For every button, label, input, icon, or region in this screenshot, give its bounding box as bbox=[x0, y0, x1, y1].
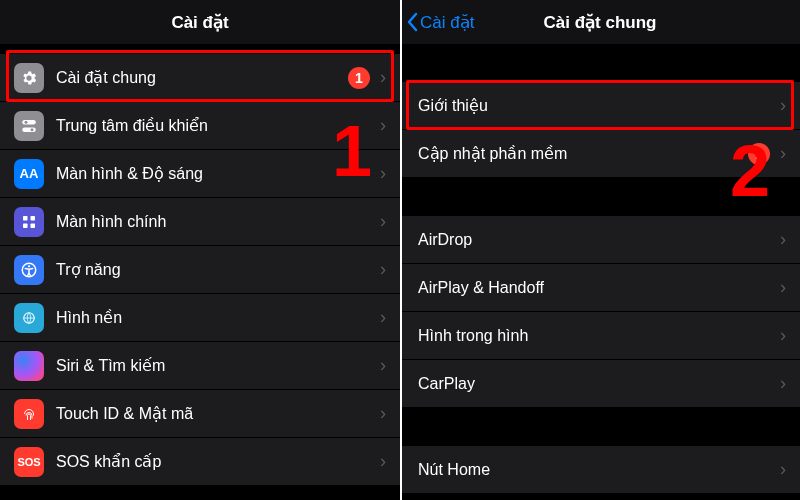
chevron-right-icon: › bbox=[380, 451, 386, 472]
header-right: Cài đặt Cài đặt chung bbox=[400, 0, 800, 44]
row-label: AirDrop bbox=[418, 231, 780, 249]
chevron-right-icon: › bbox=[380, 403, 386, 424]
back-button[interactable]: Cài đặt bbox=[406, 0, 474, 44]
chevron-right-icon: › bbox=[780, 373, 786, 394]
row-display[interactable]: AA Màn hình & Độ sáng › bbox=[0, 150, 400, 198]
svg-point-2 bbox=[25, 120, 28, 123]
chevron-right-icon: › bbox=[780, 325, 786, 346]
section-gap bbox=[400, 408, 800, 446]
wallpaper-icon bbox=[14, 303, 44, 333]
chevron-right-icon: › bbox=[380, 355, 386, 376]
chevron-right-icon: › bbox=[380, 163, 386, 184]
chevron-right-icon: › bbox=[380, 115, 386, 136]
accessibility-icon bbox=[14, 255, 44, 285]
chevron-right-icon: › bbox=[780, 229, 786, 250]
row-home-screen[interactable]: Màn hình chính › bbox=[0, 198, 400, 246]
header-left: Cài đặt bbox=[0, 0, 400, 44]
row-label: Cài đặt chung bbox=[56, 68, 348, 87]
chevron-right-icon: › bbox=[380, 211, 386, 232]
row-label: Siri & Tìm kiếm bbox=[56, 356, 380, 375]
chevron-right-icon: › bbox=[780, 95, 786, 116]
header-title-left: Cài đặt bbox=[171, 12, 228, 33]
row-label: Giới thiệu bbox=[418, 96, 780, 115]
general-panel: Cài đặt Cài đặt chung Giới thiệu › Cập n… bbox=[400, 0, 800, 500]
row-carplay[interactable]: CarPlay › bbox=[400, 360, 800, 408]
section-gap bbox=[400, 178, 800, 216]
home-screen-icon bbox=[14, 207, 44, 237]
chevron-right-icon: › bbox=[380, 307, 386, 328]
row-home-button[interactable]: Nút Home › bbox=[400, 446, 800, 494]
row-control-center[interactable]: Trung tâm điều khiển › bbox=[0, 102, 400, 150]
row-label: Cập nhật phần mềm bbox=[418, 144, 748, 163]
chevron-right-icon: › bbox=[780, 143, 786, 164]
svg-rect-0 bbox=[22, 120, 36, 125]
row-label: SOS khẩn cấp bbox=[56, 452, 380, 471]
row-touchid[interactable]: Touch ID & Mật mã › bbox=[0, 390, 400, 438]
row-software-update[interactable]: Cập nhật phần mềm 1 › bbox=[400, 130, 800, 178]
svg-rect-4 bbox=[23, 216, 28, 221]
row-airplay[interactable]: AirPlay & Handoff › bbox=[400, 264, 800, 312]
row-accessibility[interactable]: Trợ năng › bbox=[0, 246, 400, 294]
row-label: Trung tâm điều khiển bbox=[56, 116, 380, 135]
row-label: Touch ID & Mật mã bbox=[56, 404, 380, 423]
sos-icon: SOS bbox=[14, 447, 44, 477]
settings-list: Cài đặt chung 1 › Trung tâm điều khiển ›… bbox=[0, 54, 400, 486]
chevron-right-icon: › bbox=[780, 459, 786, 480]
row-label: CarPlay bbox=[418, 375, 780, 393]
row-sos[interactable]: SOS SOS khẩn cấp › bbox=[0, 438, 400, 486]
svg-rect-6 bbox=[23, 223, 28, 228]
row-label: Nút Home bbox=[418, 461, 780, 479]
row-general[interactable]: Cài đặt chung 1 › bbox=[0, 54, 400, 102]
row-pip[interactable]: Hình trong hình › bbox=[400, 312, 800, 360]
row-label: Màn hình chính bbox=[56, 213, 380, 231]
row-label: AirPlay & Handoff bbox=[418, 279, 780, 297]
row-label: Hình trong hình bbox=[418, 327, 780, 345]
badge-general: 1 bbox=[348, 67, 370, 89]
svg-point-3 bbox=[31, 128, 34, 131]
row-label: Hình nền bbox=[56, 308, 380, 327]
row-wallpaper[interactable]: Hình nền › bbox=[0, 294, 400, 342]
siri-icon bbox=[14, 351, 44, 381]
control-center-icon bbox=[14, 111, 44, 141]
row-label: Màn hình & Độ sáng bbox=[56, 164, 380, 183]
chevron-right-icon: › bbox=[380, 67, 386, 88]
section-gap bbox=[0, 44, 400, 54]
touchid-icon bbox=[14, 399, 44, 429]
badge-update: 1 bbox=[748, 143, 770, 165]
svg-rect-1 bbox=[22, 127, 36, 132]
display-icon: AA bbox=[14, 159, 44, 189]
row-airdrop[interactable]: AirDrop › bbox=[400, 216, 800, 264]
chevron-right-icon: › bbox=[380, 259, 386, 280]
back-label: Cài đặt bbox=[420, 12, 474, 33]
settings-root-panel: Cài đặt Cài đặt chung 1 › Trung tâm điều… bbox=[0, 0, 400, 500]
gear-icon bbox=[14, 63, 44, 93]
row-siri[interactable]: Siri & Tìm kiếm › bbox=[0, 342, 400, 390]
row-label: Trợ năng bbox=[56, 260, 380, 279]
general-list: Giới thiệu › Cập nhật phần mềm 1 › AirDr… bbox=[400, 82, 800, 494]
svg-rect-5 bbox=[31, 216, 36, 221]
panel-divider bbox=[400, 0, 402, 500]
header-title-right: Cài đặt chung bbox=[544, 12, 657, 33]
chevron-right-icon: › bbox=[780, 277, 786, 298]
svg-rect-7 bbox=[31, 223, 36, 228]
row-about[interactable]: Giới thiệu › bbox=[400, 82, 800, 130]
svg-point-9 bbox=[28, 265, 30, 267]
section-gap bbox=[400, 44, 800, 82]
